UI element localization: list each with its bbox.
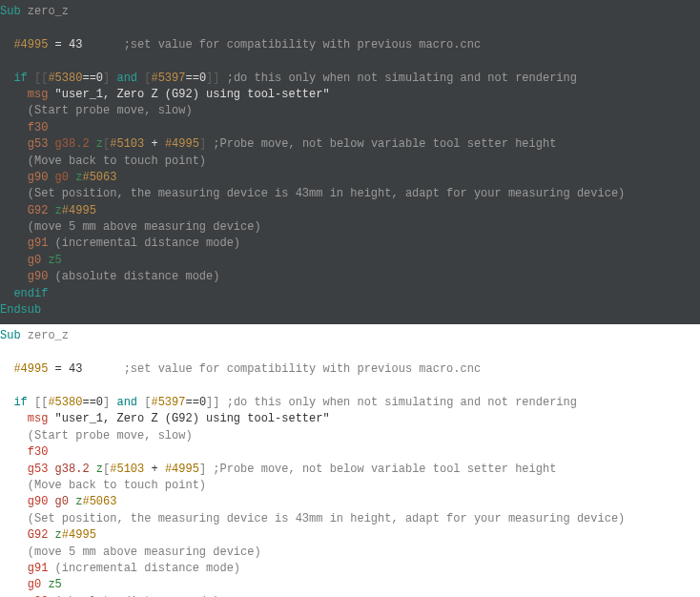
number: 43 (69, 38, 82, 51)
operator: == (185, 396, 198, 409)
number: 0 (96, 72, 103, 85)
string: "user_1, Zero Z (G92) using tool-setter" (48, 412, 329, 425)
comment: ;set value for compatibility with previo… (124, 362, 481, 376)
comment: (Set position, the measuring device is 4… (28, 512, 626, 525)
variable: #4995 (62, 528, 96, 542)
keyword-and: and (110, 72, 144, 85)
gcode: f30 (28, 445, 49, 459)
code-block-dark: Sub zero_z #4995 = 43 ;set value for com… (0, 0, 700, 324)
number: 0 (96, 396, 103, 409)
gcode: g0 (48, 495, 69, 508)
sub-name: zero_z (21, 5, 69, 18)
variable: #5063 (82, 171, 116, 184)
gcode-msg: msg (28, 412, 49, 425)
variable: #4995 (13, 362, 48, 376)
axis: z (48, 528, 61, 542)
bracket: [[ (28, 396, 49, 409)
axis: z (69, 171, 82, 184)
number: 43 (69, 362, 82, 376)
keyword-endsub: Endsub (0, 303, 41, 317)
axis: z5 (41, 254, 62, 267)
keyword-and: and (110, 396, 144, 409)
gcode: g91 (28, 562, 49, 575)
bracket: ] (199, 463, 206, 476)
axis: z (90, 137, 103, 151)
operator: = (48, 38, 69, 51)
gcode: G92 (28, 204, 49, 217)
comment: (Move back to touch point) (28, 479, 206, 492)
variable: #5397 (151, 396, 185, 409)
gcode: g38.2 (48, 137, 89, 151)
operator: + (144, 463, 165, 476)
gcode: g0 (48, 171, 69, 184)
axis: z (69, 495, 82, 508)
comment: ;do this only when not simulating and no… (220, 72, 577, 85)
gcode: f30 (28, 121, 49, 134)
gcode: G92 (28, 528, 49, 542)
variable: #4995 (13, 38, 48, 51)
gcode: g53 (28, 137, 49, 151)
pad (82, 38, 123, 51)
comment: (incremental distance mode) (48, 237, 240, 250)
comment: (move 5 mm above measuring device) (28, 546, 261, 559)
variable: #5397 (151, 72, 185, 85)
comment: ;Probe move, not below variable tool set… (206, 137, 556, 151)
gcode: g53 (28, 463, 49, 476)
comment: (absolute distance mode) (48, 270, 219, 283)
keyword-endif: endif (13, 287, 48, 300)
gcode: g38.2 (48, 463, 89, 476)
pad (82, 362, 123, 376)
gcode: g90 (28, 495, 49, 508)
variable: #4995 (165, 137, 199, 151)
variable: #5103 (110, 463, 144, 476)
number: 0 (199, 396, 206, 409)
keyword-if: if (13, 72, 27, 85)
operator: == (82, 396, 95, 409)
bracket: ]] (206, 72, 219, 85)
variable: #5380 (48, 396, 82, 409)
axis: z (48, 204, 61, 217)
comment: (Set position, the measuring device is 4… (28, 187, 626, 200)
variable: #4995 (165, 463, 199, 476)
keyword-sub: Sub (0, 5, 21, 18)
variable: #5103 (110, 137, 144, 151)
comment: ;Probe move, not below variable tool set… (206, 463, 556, 476)
sub-name: zero_z (21, 329, 69, 342)
gcode: g0 (28, 578, 41, 591)
gcode: g90 (28, 171, 49, 184)
operator: + (144, 137, 165, 151)
comment: ;do this only when not simulating and no… (220, 396, 577, 409)
variable: #5063 (82, 495, 116, 508)
comment: ;set value for compatibility with previo… (124, 38, 481, 51)
comment: (Start probe move, slow) (28, 104, 193, 117)
code-block-light: Sub zero_z #4995 = 43 ;set value for com… (0, 324, 700, 597)
variable: #4995 (62, 204, 96, 217)
operator: == (82, 72, 95, 85)
axis: z (90, 463, 103, 476)
operator: == (185, 72, 198, 85)
gcode: g90 (28, 270, 49, 283)
comment: (Move back to touch point) (28, 154, 206, 168)
keyword-if: if (13, 396, 27, 409)
gcode: g91 (28, 237, 49, 250)
bracket: [[ (28, 72, 49, 85)
operator: = (48, 362, 69, 376)
axis: z5 (41, 578, 62, 591)
number: 0 (199, 72, 206, 85)
gcode-msg: msg (28, 88, 49, 101)
keyword-sub: Sub (0, 329, 21, 342)
bracket: ]] (206, 396, 219, 409)
gcode: g0 (28, 254, 41, 267)
comment: (move 5 mm above measuring device) (28, 220, 261, 234)
bracket: ] (199, 137, 206, 151)
variable: #5380 (48, 72, 82, 85)
comment: (incremental distance mode) (48, 562, 240, 575)
string: "user_1, Zero Z (G92) using tool-setter" (48, 88, 329, 101)
comment: (Start probe move, slow) (28, 429, 193, 443)
